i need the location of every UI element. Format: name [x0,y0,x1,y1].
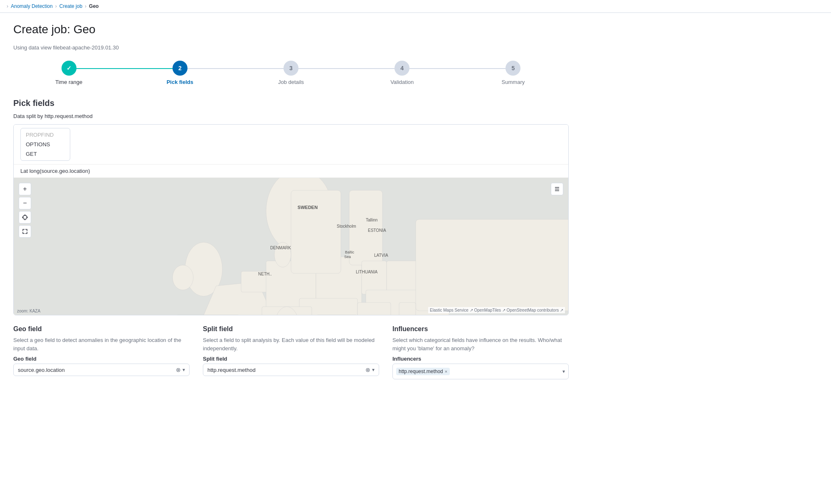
split-field-desc: Select a field to split analysis by. Eac… [203,336,379,352]
geo-field-select[interactable]: source.geo.location ⊗ ▾ [13,364,190,376]
step-2-pick-fields: 2 Pick fields [124,61,235,85]
zoom-in-button[interactable]: + [19,183,31,195]
step-2-circle: 2 [173,61,187,76]
step-3-job-details: 3 Job details [235,61,346,85]
geo-field-arrow-icon[interactable]: ▾ [182,367,185,373]
influencers-group: Influencers Select which categorical fie… [392,325,569,379]
split-field-value: http.request.method [207,367,364,373]
crosshair-button[interactable] [19,211,31,224]
steps-wizard: ✓ Time range 2 Pick fields 3 Job details… [13,61,569,85]
influencer-tag-0-close[interactable]: × [445,369,447,374]
geo-field-clear-icon[interactable]: ⊗ [176,366,181,373]
map-svg: SWEDEN Stockholm Tallinn ESTONIA LATVIA … [14,178,568,315]
split-field-select[interactable]: http.request.method ⊗ ▾ [203,364,379,376]
svg-text:LATVIA: LATVIA [374,253,388,258]
svg-text:Baltic: Baltic [345,250,355,254]
geo-field-desc: Select a geo field to detect anomalies i… [13,336,190,352]
svg-point-11 [173,265,193,290]
zoom-out-button[interactable]: − [19,197,31,209]
step-3-circle: 3 [284,61,298,76]
breadcrumb-create-job[interactable]: Create job [59,3,82,9]
breadcrumb-separator-1: › [55,3,57,9]
split-info: Data split by http.request.method [13,113,569,119]
split-field-arrow-icon[interactable]: ▾ [372,367,375,373]
svg-text:Tallinn: Tallinn [366,218,377,222]
map-legend-button[interactable] [551,183,563,195]
breadcrumb-anomaly-detection[interactable]: Anomaly Detection [11,3,53,9]
step-1-time-range: ✓ Time range [13,61,124,85]
breadcrumb-separator-2: › [85,3,86,9]
svg-rect-23 [362,261,387,294]
influencers-arrow-icon[interactable]: ▾ [562,369,565,374]
step-4-circle: 4 [395,61,409,76]
step-5-summary: 5 Summary [458,61,569,85]
map-controls: + − [19,183,31,238]
svg-text:DENMARK: DENMARK [270,246,291,250]
breadcrumb-chevron: › [7,3,8,9]
influencer-tag-0-label: http.request.method [399,369,443,374]
map-header-label: Lat long(source.geo.location) [14,165,568,178]
svg-rect-26 [416,219,568,311]
pick-fields-title: Pick fields [13,98,569,108]
breadcrumb: › Anomaly Detection › Create job › Geo [0,0,831,13]
step-2-label: Pick fields [167,79,193,85]
geo-field-value: source.geo.location [18,367,174,373]
split-field-clear-icon[interactable]: ⊗ [365,366,370,373]
svg-rect-29 [358,302,391,315]
geo-field-group: Geo field Select a geo field to detect a… [13,325,190,379]
svg-text:ESTONIA: ESTONIA [368,228,386,233]
geo-field-input-group: Geo field source.geo.location ⊗ ▾ [13,356,190,376]
map-zoom-label: zoom: KAZA [17,309,40,313]
split-field-title: Split field [203,325,379,333]
fields-section: Geo field Select a geo field to detect a… [13,325,569,379]
method-get[interactable]: GET [21,149,70,159]
step-5-circle: 5 [506,61,520,76]
map-attribution: Elastic Maps Service ↗ OpenMapTiles ↗ Op… [428,307,565,313]
geo-field-title: Geo field [13,325,190,333]
data-view-info: Using data view filebeat-apache-2019.01.… [13,44,569,51]
expand-button[interactable] [19,225,31,238]
svg-text:Stockholm: Stockholm [337,224,356,229]
map-area[interactable]: + − [14,178,568,315]
influencers-input-label: Influencers [392,356,569,362]
split-field-input-group: Split field http.request.method ⊗ ▾ [203,356,379,376]
influencer-tag-0: http.request.method × [396,368,450,375]
svg-text:SWEDEN: SWEDEN [298,205,318,210]
step-1-label: Time range [55,79,82,85]
svg-text:Sea: Sea [344,255,351,259]
map-container: PROPFIND OPTIONS GET Lat long(source.geo… [13,124,569,315]
page-title: Create job: Geo [13,23,569,36]
influencers-desc: Select which categorical fields have inf… [392,336,569,352]
svg-text:LITHUANIA: LITHUANIA [356,270,378,274]
split-field-input-label: Split field [203,356,379,362]
method-options[interactable]: OPTIONS [21,140,70,149]
breadcrumb-geo: Geo [89,3,99,9]
step-4-label: Validation [390,79,414,85]
step-4-validation: 4 Validation [347,61,458,85]
geo-field-input-label: Geo field [13,356,190,362]
step-1-circle: ✓ [62,61,76,76]
influencers-select[interactable]: http.request.method × ▾ [392,364,569,379]
influencers-input-group: Influencers http.request.method × ▾ [392,356,569,379]
split-field-group: Split field Select a field to split anal… [203,325,379,379]
svg-rect-21 [291,190,341,273]
step-5-label: Summary [502,79,525,85]
methods-dropdown[interactable]: PROPFIND OPTIONS GET [20,128,70,161]
method-propfind[interactable]: PROPFIND [21,130,70,140]
svg-text:NETH..: NETH.. [258,272,272,276]
svg-rect-30 [399,302,416,315]
influencers-title: Influencers [392,325,569,333]
step-3-label: Job details [278,79,304,85]
